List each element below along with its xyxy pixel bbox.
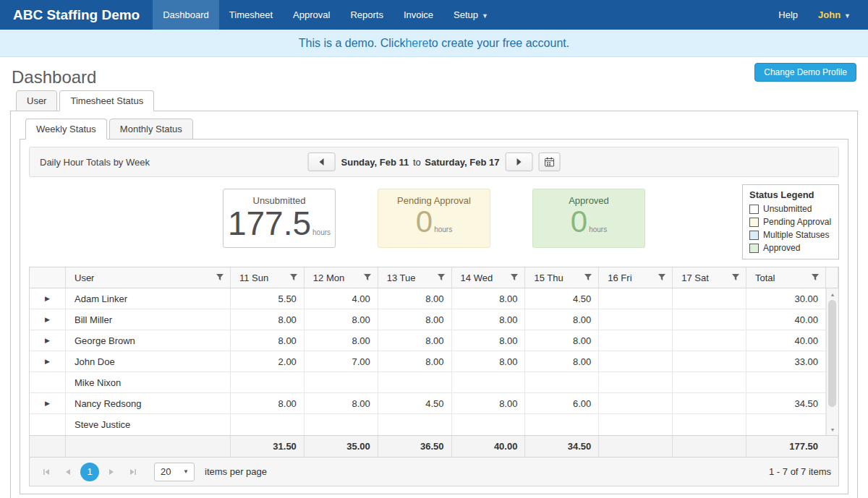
nav-right: Help John▼ [768,0,868,30]
filter-icon[interactable] [658,273,666,282]
total-wed: 40.00 [452,436,526,457]
tab-timesheet-status[interactable]: Timesheet Status [59,90,154,111]
next-page-icon [108,468,115,476]
filter-icon[interactable] [437,273,446,282]
total-thu: 34.50 [525,436,599,457]
filter-icon[interactable] [363,273,372,282]
legend-title: Status Legend [749,189,832,200]
items-per-page-label: items per page [205,466,267,477]
unsubmitted-value: 177.5hours [224,206,335,241]
user-name-cell: John Doe [66,351,231,372]
column-header-mon[interactable]: 12 Mon [305,267,378,288]
summary-cards: Unsubmitted 177.5hours Pending Approval … [29,186,839,248]
outer-tabstrip: User Timesheet Status [10,90,858,111]
create-account-link[interactable]: here [405,37,428,50]
scrollbar-thumb[interactable] [828,300,836,407]
next-week-button[interactable] [505,153,532,171]
first-page-button[interactable] [37,463,56,481]
nav-item-help[interactable]: Help [768,0,808,30]
nav-item-dashboard[interactable]: Dashboard [153,0,219,30]
chevron-down-icon: ▼ [482,12,488,20]
toolbar-title: Daily Hour Totals by Week [40,157,150,168]
last-page-icon [129,468,137,476]
column-header-sat[interactable]: 17 Sat [673,267,746,288]
prev-page-button[interactable] [59,463,77,481]
total-mon: 35.00 [305,436,378,457]
column-header-total[interactable]: Total [746,267,826,288]
filter-icon[interactable] [216,273,224,282]
user-name-cell: Steve Justice [66,414,231,435]
grand-total: 177.50 [746,436,838,457]
column-header-fri[interactable]: 16 Fri [599,267,673,288]
current-page-button[interactable]: 1 [80,463,99,481]
scroll-up-icon[interactable]: ▲ [827,289,838,299]
expand-row-icon[interactable]: ▶ [45,317,50,323]
expand-row-icon[interactable]: ▶ [45,296,50,302]
grid-vertical-scrollbar[interactable]: ▲ ▼ [826,288,838,435]
page-size-dropdown[interactable]: 20 ▼ [154,463,195,481]
total-sat [673,436,746,457]
filter-icon[interactable] [731,273,740,282]
tab-monthly-status[interactable]: Monthly Status [109,119,193,139]
demo-banner: This is a demo. Click here to create you… [0,30,868,57]
expand-row-icon[interactable]: ▶ [45,338,50,344]
first-page-icon [43,468,50,476]
grid-pager: 1 20 ▼ items per page 1 - 7 of 7 items [30,457,838,486]
grid-toolbar: Daily Hour Totals by Week Sunday, Feb 11… [29,147,839,177]
pending-approval-card: Pending Approval 0hours [378,189,490,248]
chevron-down-icon: ▼ [844,12,851,20]
approved-label: Approved [533,195,644,206]
table-row: ▶ Nancy Redsong 8.00 8.00 4.50 8.00 6.00… [30,393,838,414]
table-row: Mike Nixon [30,372,838,393]
legend-item-unsubmitted: Unsubmitted [749,204,832,214]
week-range-label: Sunday, Feb 11 to Saturday, Feb 17 [341,157,500,168]
pending-approval-label: Pending Approval [378,195,490,206]
status-summary: Unsubmitted 177.5hours Pending Approval … [29,186,839,259]
chevron-down-icon: ▼ [183,468,189,475]
calendar-button[interactable] [538,153,560,171]
expand-row-icon[interactable]: ▶ [45,359,50,365]
filter-icon[interactable] [510,273,519,282]
pager-range-label: 1 - 7 of 7 items [769,466,831,477]
nav-item-setup[interactable]: Setup▼ [443,0,498,30]
unsubmitted-unit: hours [312,228,331,236]
nav-item-timesheet[interactable]: Timesheet [219,0,283,30]
nav-item-reports[interactable]: Reports [340,0,393,30]
last-page-button[interactable] [124,463,142,481]
grid-header: User 11 Sun 12 Mon 13 Tue [30,267,838,288]
week-end-date: Saturday, Feb 17 [425,157,499,168]
user-menu[interactable]: John▼ [808,0,861,30]
week-navigator: Sunday, Feb 11 to Saturday, Feb 17 [308,153,561,171]
grid-body: ▶ Adam Linker 5.50 4.00 8.00 8.00 4.50 3… [30,288,838,435]
unsubmitted-swatch [749,205,759,214]
filter-icon[interactable] [811,273,820,282]
next-page-button[interactable] [102,463,121,481]
tab-weekly-status[interactable]: Weekly Status [25,119,107,139]
filter-icon[interactable] [289,273,298,282]
user-name-cell: George Brown [66,330,231,351]
prev-week-button[interactable] [308,153,336,171]
column-header-user[interactable]: User [66,267,231,288]
calendar-icon [544,157,554,167]
tab-user[interactable]: User [16,90,57,111]
column-header-thu[interactable]: 15 Thu [525,267,599,288]
expand-column-header [30,267,66,288]
pending-swatch [749,218,759,227]
filter-icon[interactable] [584,273,592,282]
total-fri [599,436,673,457]
nav-item-approval[interactable]: Approval [283,0,340,30]
total-tue: 36.50 [378,436,452,457]
hours-grid: User 11 Sun 12 Mon 13 Tue [29,267,839,486]
table-row: ▶ Adam Linker 5.50 4.00 8.00 8.00 4.50 3… [30,288,838,309]
column-header-sun[interactable]: 11 Sun [231,267,305,288]
scroll-down-icon[interactable]: ▼ [827,424,838,434]
change-demo-profile-button[interactable]: Change Demo Profile [754,63,856,82]
nav-item-invoice[interactable]: Invoice [393,0,443,30]
column-header-tue[interactable]: 13 Tue [378,267,452,288]
legend-item-pending: Pending Approval [749,217,832,227]
user-name-cell: Bill Miller [66,309,231,330]
column-header-wed[interactable]: 14 Wed [452,267,526,288]
user-name-cell: Mike Nixon [66,372,231,392]
weekly-status-content: Daily Hour Totals by Week Sunday, Feb 11… [20,139,848,494]
expand-row-icon[interactable]: ▶ [45,400,50,407]
